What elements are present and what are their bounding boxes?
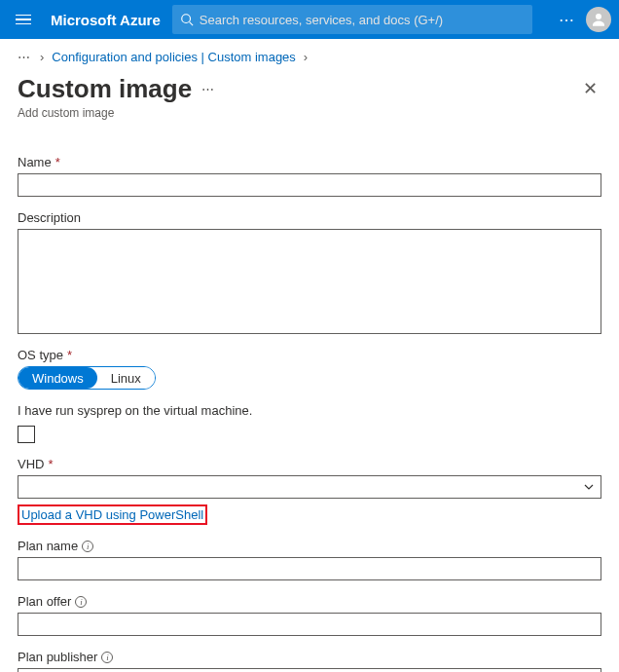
plan-offer-input[interactable] [18, 613, 601, 636]
breadcrumb: ⋯ › Configuration and policies | Custom … [0, 39, 619, 74]
breadcrumb-more-icon[interactable]: ⋯ [18, 50, 32, 64]
os-option-windows[interactable]: Windows [18, 367, 97, 389]
info-icon[interactable]: i [75, 596, 87, 608]
breadcrumb-link[interactable]: Configuration and policies | Custom imag… [52, 50, 296, 64]
name-label: Name* [18, 155, 601, 169]
user-icon [590, 11, 607, 28]
chevron-right-icon: › [40, 50, 44, 64]
svg-line-1 [189, 22, 193, 26]
page-subtitle: Add custom image [18, 106, 216, 120]
plan-name-label: Plan name i [18, 539, 601, 553]
title-more-icon[interactable]: ⋯ [201, 82, 216, 96]
top-bar: Microsoft Azure ⋯ [0, 0, 619, 39]
sysprep-label: I have run sysprep on the virtual machin… [18, 403, 601, 418]
description-input[interactable] [18, 229, 601, 334]
name-input[interactable] [18, 173, 601, 197]
page-header: Custom image ⋯ Add custom image ✕ [0, 74, 619, 120]
avatar[interactable] [586, 7, 611, 32]
chevron-right-icon: › [304, 50, 308, 64]
plan-offer-label: Plan offer i [18, 594, 601, 609]
os-type-toggle: Windows Linux [18, 366, 156, 390]
page-title: Custom image [18, 74, 192, 104]
sysprep-checkbox[interactable] [18, 426, 35, 443]
vhd-dropdown[interactable] [18, 475, 601, 499]
os-type-label: OS type* [18, 348, 601, 362]
svg-point-2 [596, 14, 601, 19]
close-icon[interactable]: ✕ [579, 74, 601, 103]
os-option-linux[interactable]: Linux [97, 367, 155, 389]
plan-publisher-label: Plan publisher i [18, 650, 601, 664]
vhd-label: VHD* [18, 457, 601, 471]
info-icon[interactable]: i [101, 652, 113, 663]
form: Name* Description OS type* Windows Linux… [0, 120, 619, 672]
chevron-down-icon [583, 481, 595, 493]
description-label: Description [18, 210, 601, 225]
info-icon[interactable]: i [82, 541, 93, 552]
plan-publisher-input[interactable] [18, 668, 601, 672]
brand-label: Microsoft Azure [51, 12, 161, 28]
search-input[interactable] [200, 13, 525, 27]
more-icon[interactable]: ⋯ [559, 11, 576, 29]
upload-vhd-link[interactable]: Upload a VHD using PowerShell [18, 504, 207, 525]
top-actions: ⋯ [559, 7, 611, 32]
search-icon [180, 13, 194, 26]
svg-point-0 [182, 15, 191, 23]
plan-name-input[interactable] [18, 557, 601, 580]
search-box[interactable] [172, 5, 532, 34]
menu-icon[interactable] [8, 4, 39, 35]
